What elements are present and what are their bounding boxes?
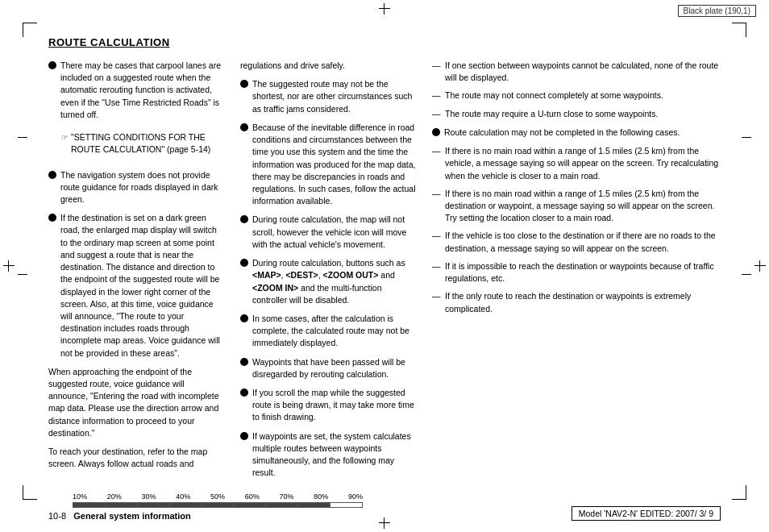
list-item: If waypoints are set, the system calcula… xyxy=(240,430,418,480)
corner-mark-tl xyxy=(23,23,37,37)
dash-text: The route may not connect completely at … xyxy=(445,89,663,102)
progress-bar xyxy=(73,502,363,508)
corner-mark-br xyxy=(732,485,746,500)
list-item: The navigation system does not provide r… xyxy=(48,169,226,206)
right-bullet-main: Route calculation may not be completed i… xyxy=(432,127,721,139)
list-item: — If it is impossible to reach the desti… xyxy=(432,260,721,285)
crosshair-top xyxy=(379,3,390,15)
bullet-text: There may be cases that carpool lanes ar… xyxy=(60,60,226,121)
progress-label: 60% xyxy=(245,493,260,501)
tick-left-mid xyxy=(18,274,27,275)
progress-label: 80% xyxy=(314,493,328,501)
list-item: In some cases, after the calculation is … xyxy=(240,313,418,350)
bullet-icon xyxy=(240,358,248,366)
dash-icon: — xyxy=(432,290,442,302)
list-item: There may be cases that carpool lanes ar… xyxy=(48,60,226,121)
crosshair-bottom xyxy=(379,517,390,529)
list-item-note: ☞ "SETTING CONDITIONS FOR THE ROUTE CALC… xyxy=(48,127,226,162)
bullet-text: If waypoints are set, the system calcula… xyxy=(252,430,418,480)
bullet-text: Route calculation may not be completed i… xyxy=(444,127,721,139)
dash-text: If the only route to reach the destinati… xyxy=(445,290,721,314)
bullet-icon xyxy=(240,80,248,88)
content-columns: There may be cases that carpool lanes ar… xyxy=(48,60,721,486)
pb-seg-1 xyxy=(73,503,106,507)
footer-model-info: Model 'NAV2-N' EDITED: 2007/ 3/ 9 xyxy=(572,506,721,521)
progress-label: 50% xyxy=(210,493,225,501)
note-text: "SETTING CONDITIONS FOR THE ROUTE CALCUL… xyxy=(71,131,226,156)
list-item: During route calculation, the map will n… xyxy=(240,214,418,251)
dash-text: The route may require a U-turn close to … xyxy=(445,108,658,120)
tick-left-top xyxy=(18,137,27,138)
dash-text: If there is no main road within a range … xyxy=(445,145,721,182)
mid-bullet-list: The suggested route may not be the short… xyxy=(240,78,418,479)
list-item: — The route may require a U-turn close t… xyxy=(432,108,721,120)
dash-text: If it is impossible to reach the destina… xyxy=(445,260,721,285)
list-item: — If one section between waypoints canno… xyxy=(432,60,721,84)
dash-icon: — xyxy=(432,188,442,200)
list-item: Waypoints that have been passed will be … xyxy=(240,356,418,380)
main-content: ROUTE CALCULATION There may be cases tha… xyxy=(48,36,721,484)
note-icon: ☞ xyxy=(60,132,68,144)
dash-icon: — xyxy=(432,60,442,72)
bullet-text-bold: During route calculation, buttons such a… xyxy=(252,257,418,306)
bullet-text: The navigation system does not provide r… xyxy=(60,169,226,206)
header-plate: Black plate (190,1) xyxy=(678,5,756,17)
list-item: — If there is no main road within a rang… xyxy=(432,145,721,182)
dash-icon: — xyxy=(432,89,442,102)
pb-seg-3 xyxy=(138,503,170,507)
dash-icon: — xyxy=(432,260,442,272)
dash-text: If the vehicle is too close to the desti… xyxy=(445,230,721,254)
list-item: If the destination is set on a dark gree… xyxy=(48,212,226,360)
page-title: ROUTE CALCULATION xyxy=(48,36,721,48)
right-dash-list-top: — If one section between waypoints canno… xyxy=(432,60,721,120)
bullet-icon xyxy=(48,214,56,222)
bullet-text: During route calculation, the map will n… xyxy=(252,214,418,251)
progress-labels: 10% 20% 30% 40% 50% 60% 70% 80% 90% xyxy=(73,493,363,501)
progress-label: 10% xyxy=(73,493,87,501)
list-item: — If the only route to reach the destina… xyxy=(432,290,721,314)
bullet-icon xyxy=(240,123,248,131)
bullet-icon xyxy=(240,215,248,223)
bullet-text: The suggested route may not be the short… xyxy=(252,78,418,115)
para-to-reach: To reach your destination, refer to the … xyxy=(48,446,226,470)
bullet-icon xyxy=(432,128,440,136)
pb-seg-6 xyxy=(234,503,266,507)
dash-icon: — xyxy=(432,230,442,242)
pb-seg-5 xyxy=(202,503,235,507)
pb-seg-7 xyxy=(266,503,298,507)
page-number: 10-8 xyxy=(48,511,66,521)
para-regulations: regulations and drive safely. xyxy=(240,60,418,72)
crosshair-right xyxy=(754,260,766,272)
progress-bar-area: 10% 20% 30% 40% 50% 60% 70% 80% 90% xyxy=(73,493,363,508)
tick-right-mid xyxy=(742,274,751,275)
column-left: There may be cases that carpool lanes ar… xyxy=(48,60,226,486)
para-when-approaching: When approaching the endpoint of the sug… xyxy=(48,366,226,439)
bullet-icon xyxy=(240,389,248,397)
dash-text: If there is no main road within a range … xyxy=(445,188,721,225)
bullet-text: Waypoints that have been passed will be … xyxy=(252,356,418,380)
bullet-text: Because of the inevitable difference in … xyxy=(252,122,418,208)
list-item: — If the vehicle is too close to the des… xyxy=(432,230,721,254)
progress-label: 20% xyxy=(107,493,122,501)
dash-text: If one section between waypoints cannot … xyxy=(445,60,721,84)
list-item: The suggested route may not be the short… xyxy=(240,78,418,115)
footer-left: 10-8 General system information xyxy=(48,511,191,521)
progress-label: 40% xyxy=(176,493,190,501)
pb-seg-8 xyxy=(298,503,330,507)
section-label: General system information xyxy=(73,511,191,521)
bullet-text: In some cases, after the calculation is … xyxy=(252,313,418,350)
list-item: Route calculation may not be completed i… xyxy=(432,127,721,139)
left-bullet-list: There may be cases that carpool lanes ar… xyxy=(48,60,226,360)
bullet-text: If the destination is set on a dark gree… xyxy=(60,212,226,360)
pb-seg-9 xyxy=(330,503,362,507)
bullet-icon xyxy=(240,432,248,440)
pb-seg-2 xyxy=(106,503,138,507)
right-dash-list-bottom: — If there is no main road within a rang… xyxy=(432,145,721,315)
corner-mark-tr xyxy=(732,23,746,37)
corner-mark-bl xyxy=(23,485,37,500)
progress-label: 30% xyxy=(141,493,156,501)
pb-seg-4 xyxy=(170,503,202,507)
column-mid: regulations and drive safely. The sugges… xyxy=(240,60,418,486)
list-item: Because of the inevitable difference in … xyxy=(240,122,418,208)
progress-label: 70% xyxy=(279,493,293,501)
